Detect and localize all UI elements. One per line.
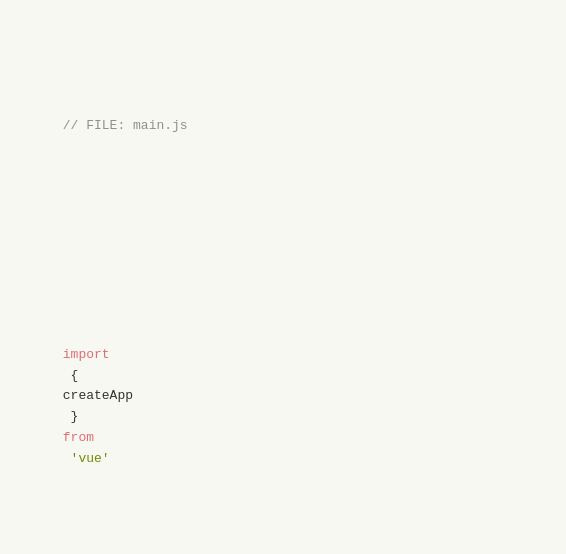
keyword-from-1: from: [63, 430, 94, 445]
comment-1: // FILE: main.js: [63, 118, 188, 133]
line-import-createapp: import { createApp } from 'vue': [16, 324, 550, 490]
punct-2: }: [63, 409, 86, 424]
line-blank-1: [16, 220, 550, 241]
keyword-import-1: import: [63, 347, 110, 362]
punct-1: {: [63, 368, 86, 383]
line-1: // FILE: main.js: [16, 95, 550, 157]
id-createapp: createApp: [63, 388, 133, 403]
code-block: // FILE: main.js import { createApp } fr…: [16, 12, 550, 554]
code-container: // FILE: main.js import { createApp } fr…: [0, 0, 566, 554]
str-vue: 'vue': [63, 451, 110, 466]
